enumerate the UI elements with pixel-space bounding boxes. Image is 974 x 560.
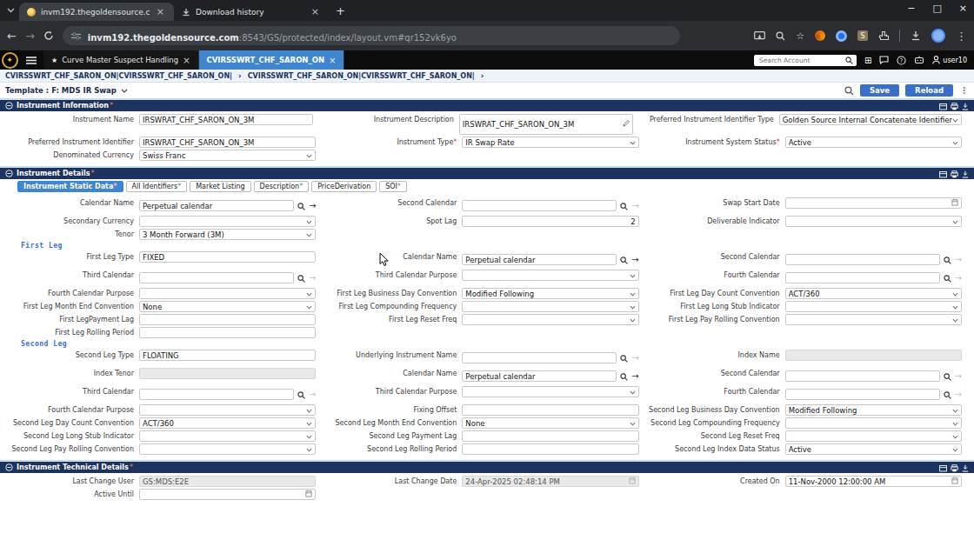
dropdown-chevron-icon[interactable] <box>952 316 958 324</box>
calendar-icon[interactable] <box>951 477 958 486</box>
goto-arrow-icon[interactable]: → <box>309 202 316 210</box>
field-calendar-name-input[interactable]: Perpetual calendar <box>462 370 617 382</box>
print-icon[interactable] <box>951 165 958 182</box>
goto-arrow-icon[interactable]: → <box>955 372 962 381</box>
dropdown-chevron-icon[interactable] <box>952 432 958 441</box>
field-denominated-currency-input[interactable]: Swiss Franc <box>139 150 316 161</box>
dropdown-chevron-icon[interactable] <box>630 388 636 397</box>
breadcrumb-item[interactable]: CVIRSSWRT_CHF_SARON_ON|CVIRSSWRT_CHF_SAR… <box>5 72 232 80</box>
field-second-leg-payment-lag-input[interactable] <box>462 430 638 442</box>
tab-pricederivation[interactable]: PriceDerivation <box>311 181 377 192</box>
tab-close-icon[interactable]: × <box>310 7 321 17</box>
dropdown-chevron-icon[interactable] <box>306 151 312 160</box>
field-first-leg-business-day-convention-input[interactable]: Modified Following <box>462 288 638 299</box>
lookup-search-icon[interactable] <box>944 251 951 268</box>
field-second-leg-day-count-convention-input[interactable]: ACT/360 <box>139 417 316 429</box>
lookup-search-icon[interactable] <box>620 197 628 214</box>
back-button[interactable]: ← <box>7 30 17 43</box>
window-close-button[interactable]: × <box>959 3 967 14</box>
dropdown-chevron-icon[interactable] <box>952 217 958 226</box>
goto-arrow-icon[interactable]: → <box>631 256 638 264</box>
tab-market-listing[interactable]: Market Listing <box>190 181 250 192</box>
user-menu[interactable]: user10 <box>932 56 967 64</box>
lookup-search-icon[interactable] <box>620 251 628 268</box>
extensions-puzzle-icon[interactable] <box>878 30 889 41</box>
more-actions-kebab-icon[interactable]: ⋮ <box>959 85 969 97</box>
reload-button[interactable] <box>43 30 54 41</box>
field-second-leg-long-stub-indicator-input[interactable] <box>139 430 316 442</box>
help-icon[interactable]: ? <box>897 56 906 65</box>
lookup-search-icon[interactable] <box>297 197 305 214</box>
app-tab-curve-master[interactable]: ★ Curve Master Suspect Handling × <box>43 50 199 70</box>
calendar-icon[interactable] <box>629 477 636 486</box>
dropdown-chevron-icon[interactable] <box>306 303 312 311</box>
field-calendar-name-input[interactable]: Perpetual calendar <box>139 200 294 211</box>
field-calendar-name-input[interactable]: Perpetual calendar <box>462 254 617 265</box>
dropdown-chevron-icon[interactable] <box>630 316 636 324</box>
dropdown-chevron-icon[interactable] <box>630 419 636 428</box>
lookup-search-icon[interactable] <box>944 368 951 384</box>
address-bar[interactable]: invm192.thegoldensource.com:8543/GS/prot… <box>63 26 680 45</box>
field-first-leg-type-input[interactable]: FIXED <box>139 251 316 263</box>
new-tab-button[interactable]: + <box>336 4 345 17</box>
field-last-change-date-input[interactable]: 24-Apr-2025 02:48:14 PM <box>462 476 638 487</box>
lookup-search-icon[interactable] <box>620 368 628 384</box>
template-selector[interactable]: Template : F: MDS IR Swap <box>5 86 117 95</box>
field-second-leg-business-day-convention-input[interactable]: Modified Following <box>785 404 962 416</box>
field-second-leg-type-input[interactable]: FLOATING <box>139 350 316 361</box>
field-first-leg-long-stub-indicator-input[interactable] <box>785 301 962 312</box>
field-first-leg-compounding-frequency-input[interactable] <box>462 301 638 312</box>
field-second-leg-month-end-convention-input[interactable]: None <box>462 417 638 429</box>
field-second-leg-compounding-frequency-input[interactable] <box>785 417 962 429</box>
download-icon[interactable] <box>962 165 969 182</box>
extension-icon-s[interactable]: S <box>857 30 868 41</box>
field-instrument-name-input[interactable]: IRSWRAT_CHF_SARON_ON_3M <box>139 114 313 125</box>
field-first-leg-rolling-period-input[interactable] <box>139 327 316 338</box>
bot-icon[interactable] <box>914 56 924 64</box>
window-maximize-button[interactable]: □ <box>932 3 941 14</box>
audit-icon[interactable] <box>939 165 947 182</box>
field-spot-lag-input[interactable]: 2 <box>462 216 638 227</box>
site-info-icon[interactable] <box>71 32 81 40</box>
dropdown-chevron-icon[interactable] <box>952 116 958 124</box>
lookup-search-icon[interactable] <box>620 350 628 366</box>
field-instrument-type-input[interactable]: IR Swap Rate <box>462 137 638 148</box>
downloads-button[interactable] <box>911 30 921 41</box>
lookup-search-icon[interactable] <box>944 270 951 286</box>
field-tenor-input[interactable]: 3 Month Forward (3M) <box>139 229 316 240</box>
field-preferred-instrument-identifier-type-input[interactable]: Golden Source Internal Concatenate Ident… <box>779 114 962 125</box>
field-first-leg-month-end-convention-input[interactable]: None <box>139 301 316 312</box>
goto-arrow-icon[interactable]: → <box>631 372 638 381</box>
download-icon[interactable] <box>962 459 969 476</box>
field-preferred-instrument-identifier-input[interactable]: IRSWRAT_CHF_SARON_ON_3M <box>139 137 316 148</box>
dropdown-chevron-icon[interactable] <box>952 290 958 298</box>
field-fourth-calendar-input[interactable] <box>785 272 940 283</box>
browser-tab-goldensource[interactable]: invm192.thegoldensource.com × <box>19 3 174 21</box>
extension-icon-blue-ring[interactable] <box>836 30 847 42</box>
lookup-search-icon[interactable] <box>944 386 951 403</box>
goto-arrow-icon[interactable]: → <box>631 202 638 210</box>
field-second-leg-reset-freq-input[interactable] <box>785 430 962 442</box>
app-tab-close-icon[interactable]: × <box>329 56 336 65</box>
grid-plus-icon[interactable]: ⊞ <box>864 56 871 65</box>
dropdown-chevron-icon[interactable] <box>952 406 958 415</box>
field-index-name-input[interactable] <box>785 350 962 361</box>
field-first-legpayment-lag-input[interactable] <box>139 314 316 325</box>
field-first-leg-reset-freq-input[interactable] <box>462 314 638 325</box>
field-fourth-calendar-input[interactable] <box>785 389 940 400</box>
field-second-leg-pay-rolling-convention-input[interactable] <box>139 443 316 455</box>
save-button[interactable]: Save <box>860 84 899 97</box>
field-fourth-calendar-purpose-input[interactable] <box>139 404 316 416</box>
lookup-search-icon[interactable] <box>297 386 305 403</box>
field-fixing-offset-input[interactable] <box>462 404 638 416</box>
audit-icon[interactable] <box>939 459 947 476</box>
field-created-on-input[interactable]: 11-Nov-2000 12:00:00 AM <box>785 476 962 487</box>
field-first-leg-day-count-convention-input[interactable]: ACT/360 <box>785 288 962 299</box>
field-active-until-input[interactable] <box>139 489 316 500</box>
dropdown-chevron-icon[interactable] <box>952 419 958 428</box>
collapse-icon[interactable] <box>5 170 13 177</box>
lookup-search-icon[interactable] <box>297 270 305 286</box>
field-third-calendar-purpose-input[interactable] <box>462 386 638 397</box>
field-third-calendar-input[interactable] <box>139 389 294 400</box>
field-third-calendar-purpose-input[interactable] <box>462 270 638 281</box>
